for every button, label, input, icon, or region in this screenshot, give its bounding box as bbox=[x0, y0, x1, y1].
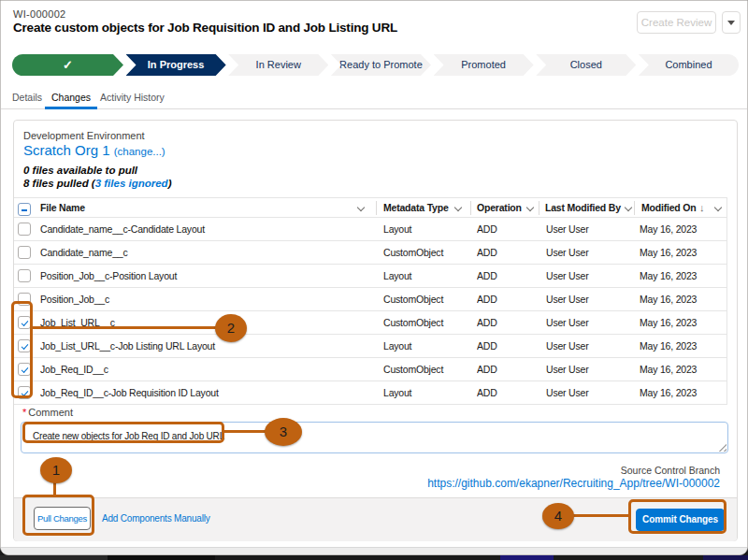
tab-bar: Details Changes Activity History bbox=[1, 88, 747, 109]
table-header: File Name Metadata Type Operation Last M… bbox=[14, 197, 727, 218]
column-header-modified-on[interactable]: Modified On bbox=[641, 198, 696, 218]
resize-handle-icon[interactable] bbox=[718, 443, 726, 452]
path-stage-closed[interactable]: Closed bbox=[536, 54, 636, 76]
annotation-box-checkboxes bbox=[11, 301, 33, 398]
row-checkbox[interactable] bbox=[18, 269, 31, 282]
column-filter-icon[interactable] bbox=[714, 204, 722, 211]
checkmark-icon: ✓ bbox=[63, 58, 73, 72]
select-all-checkbox[interactable] bbox=[18, 203, 31, 216]
annotation-box-pull-changes bbox=[22, 495, 94, 536]
column-filter-icon[interactable] bbox=[357, 204, 365, 211]
comment-label: *Comment bbox=[22, 407, 73, 418]
scratch-org-link[interactable]: Scratch Org 1 bbox=[23, 142, 110, 158]
column-filter-icon[interactable] bbox=[625, 204, 632, 211]
table-row: Candidate_name__c-Candidate Layout Layou… bbox=[14, 218, 727, 241]
work-item-id: WI-000002 bbox=[13, 8, 66, 20]
tab-changes[interactable]: Changes bbox=[45, 88, 97, 109]
path-stage-completed[interactable]: ✓ bbox=[12, 54, 123, 76]
annotation-step-3: 3 bbox=[265, 418, 302, 446]
row-checkbox[interactable] bbox=[18, 246, 31, 259]
create-review-button[interactable]: Create Review bbox=[637, 11, 716, 34]
column-filter-icon[interactable] bbox=[526, 204, 534, 211]
add-components-manually-link[interactable]: Add Components Manually bbox=[102, 513, 209, 524]
path-stage-ready-to-promote[interactable]: Ready to Promote bbox=[331, 54, 431, 76]
annotation-step-1: 1 bbox=[40, 457, 72, 483]
table-row: Job_Req_ID__c CustomObject ADD User User… bbox=[14, 358, 727, 381]
annotation-line-1 bbox=[53, 482, 56, 495]
change-org-link[interactable]: (change...) bbox=[114, 146, 165, 157]
changes-card: Development Environment Scratch Org 1 (c… bbox=[13, 120, 738, 541]
row-checkbox[interactable] bbox=[18, 223, 31, 236]
tab-activity-history[interactable]: Activity History bbox=[100, 88, 165, 109]
column-filter-icon[interactable] bbox=[454, 204, 462, 211]
column-header-last-modified-by[interactable]: Last Modified By bbox=[545, 198, 621, 218]
annotation-box-commit bbox=[628, 499, 726, 534]
table-row: Job_Req_ID__c-Job Requisition ID Layout … bbox=[14, 381, 727, 405]
annotation-line-4 bbox=[573, 514, 628, 517]
table-row: Job_List_URL__c CustomObject ADD User Us… bbox=[14, 311, 727, 335]
path-stage-in-progress[interactable]: In Progress bbox=[126, 54, 226, 76]
annotation-step-2: 2 bbox=[215, 314, 247, 342]
required-asterisk: * bbox=[22, 407, 26, 418]
annotation-step-4: 4 bbox=[542, 503, 574, 529]
page-title: Create custom objects for Job Requisitio… bbox=[13, 21, 397, 35]
window-bottom-chrome bbox=[1, 547, 747, 555]
table-row: Candidate_name__c CustomObject ADD User … bbox=[14, 241, 727, 265]
progress-path: ✓ In Progress In Review Ready to Promote… bbox=[12, 54, 739, 76]
table-row: Position_Job__c CustomObject ADD User Us… bbox=[14, 288, 727, 311]
annotation-box-comment bbox=[22, 422, 224, 443]
files-ignored-link[interactable]: 3 files ignored bbox=[95, 178, 168, 189]
annotation-line-3 bbox=[224, 430, 266, 433]
table-row: Position_Job__c-Position Layout Layout A… bbox=[14, 265, 727, 288]
path-stage-in-review[interactable]: In Review bbox=[228, 54, 328, 76]
files-available-text: 0 files available to pull bbox=[23, 165, 137, 176]
development-environment-label: Development Environment bbox=[23, 130, 145, 141]
table-row: Job_List_URL__c-Job Listing URL Layout L… bbox=[14, 335, 727, 358]
dropdown-arrow-icon bbox=[727, 21, 735, 25]
branch-url-link[interactable]: https://github.com/ekapner/Recruiting_Ap… bbox=[252, 477, 720, 490]
source-control-branch-label: Source Control Branch bbox=[439, 465, 720, 476]
column-header-file-name[interactable]: File Name bbox=[40, 198, 85, 218]
column-header-metadata-type[interactable]: Metadata Type bbox=[383, 198, 449, 218]
sort-descending-icon: ↓ bbox=[699, 198, 704, 218]
path-stage-combined[interactable]: Combined bbox=[639, 54, 739, 76]
files-pulled-text: 8 files pulled (3 files ignored) bbox=[23, 178, 172, 189]
annotation-line-2 bbox=[33, 326, 216, 329]
app-window: WI-000002 Create custom objects for Job … bbox=[0, 0, 748, 555]
tab-details[interactable]: Details bbox=[12, 88, 42, 109]
column-header-operation[interactable]: Operation bbox=[477, 198, 522, 218]
path-stage-promoted[interactable]: Promoted bbox=[434, 54, 534, 76]
create-review-dropdown-button[interactable] bbox=[722, 11, 741, 34]
